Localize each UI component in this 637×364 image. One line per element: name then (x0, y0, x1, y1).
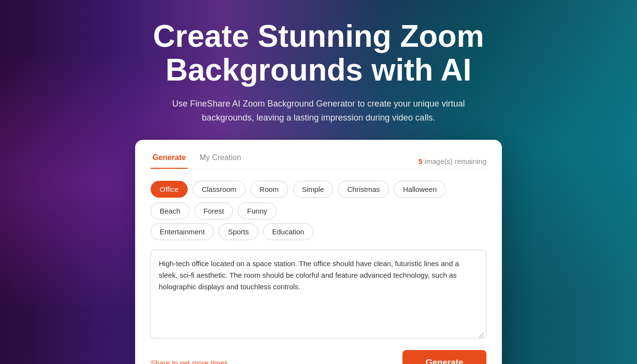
prompt-wrapper (151, 250, 486, 340)
remaining-info: 5 image(s) remaining (418, 157, 486, 165)
tag-beach[interactable]: Beach (151, 202, 190, 219)
tag-entertainment[interactable]: Entertainment (151, 223, 214, 240)
tag-classroom[interactable]: Classroom (193, 181, 246, 198)
tag-halloween[interactable]: Halloween (394, 181, 446, 198)
resize-handle-icon (478, 332, 485, 338)
tag-forest[interactable]: Forest (194, 202, 234, 219)
tags-row-2: Entertainment Sports Education (151, 223, 486, 240)
remaining-suffix: image(s) remaining (422, 157, 486, 165)
page-title: Create Stunning ZoomBackgrounds with AI (153, 19, 484, 87)
tags-row-1: Office Classroom Room Simple Christmas H… (151, 181, 486, 219)
generate-button[interactable]: Generate (402, 350, 486, 364)
tag-simple[interactable]: Simple (293, 181, 333, 198)
tab-generate[interactable]: Generate (151, 153, 188, 169)
card-footer: Share to get more times Generate (151, 350, 486, 364)
tab-bar: Generate My Creation (151, 153, 253, 169)
tab-my-creation[interactable]: My Creation (197, 153, 243, 169)
hero-subtitle: Use FineShare AI Zoom Background Generat… (154, 97, 483, 125)
tag-office[interactable]: Office (151, 181, 188, 198)
main-card: Generate My Creation 5 image(s) remainin… (135, 140, 502, 364)
share-link[interactable]: Share to get more times (151, 359, 228, 364)
tag-christmas[interactable]: Christmas (338, 181, 389, 198)
tag-sports[interactable]: Sports (219, 223, 258, 240)
tag-funny[interactable]: Funny (238, 202, 277, 219)
prompt-textarea[interactable] (151, 250, 486, 338)
tag-room[interactable]: Room (250, 181, 288, 198)
card-header: Generate My Creation 5 image(s) remainin… (151, 153, 486, 169)
tag-education[interactable]: Education (263, 223, 314, 240)
